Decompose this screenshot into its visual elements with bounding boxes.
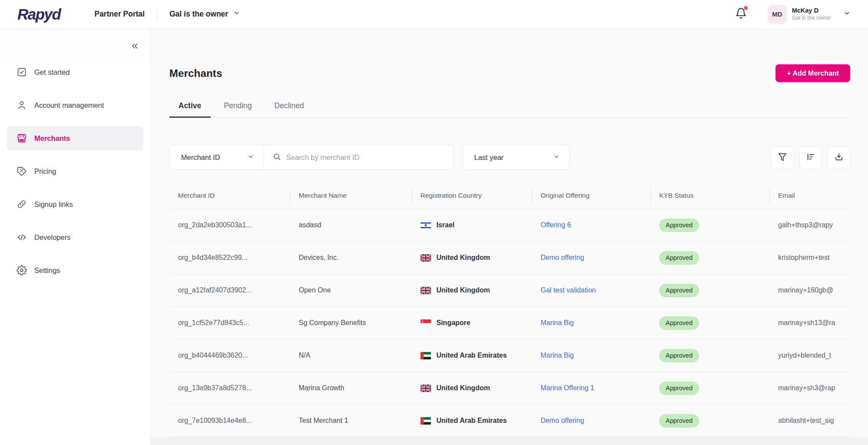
cell-original-offering: Marina Offering 1: [532, 372, 650, 404]
sidebar-item-label: Settings: [34, 266, 60, 275]
merchants-table: Merchant IDMerchant NameRegistration Cou…: [169, 183, 850, 437]
table-row[interactable]: org_b4d34e8522c99...Devices, Inc.United …: [169, 241, 850, 274]
cell-merchant-id: org_a12faf2407d3902...: [169, 274, 290, 306]
offering-link[interactable]: Marina Big: [541, 352, 574, 359]
topbar-right: MD McKay D Gal is the owner: [735, 5, 851, 24]
offering-link[interactable]: Demo offering: [541, 417, 584, 425]
offering-link[interactable]: Offering 6: [541, 221, 571, 229]
status-badge: Approved: [659, 382, 699, 395]
portal-title: Partner Portal: [94, 10, 145, 19]
gb-flag-icon: [420, 254, 431, 262]
cell-original-offering: Demo offering: [532, 242, 650, 274]
search-combo: Merchant ID: [169, 145, 454, 170]
user-menu[interactable]: MD McKay D Gal is the owner: [768, 5, 851, 24]
cell-email: kristopherm+test: [769, 242, 850, 274]
cell-kyb-status: Approved: [650, 209, 769, 241]
status-badge: Approved: [659, 219, 699, 232]
rapyd-logo[interactable]: Rapyd: [17, 6, 60, 23]
offering-link[interactable]: Gal test validation: [541, 286, 596, 294]
cell-merchant-name: asdasd: [290, 209, 412, 241]
country-name: United Kingdom: [436, 286, 490, 294]
owner-selector[interactable]: Gal is the owner: [169, 10, 240, 19]
offering-link[interactable]: Marina Offering 1: [541, 384, 594, 392]
topbar-divider: [157, 8, 157, 21]
search-field-value: Merchant ID: [181, 153, 220, 162]
owner-selector-label: Gal is the owner: [169, 10, 228, 19]
column-header-kyb-status: KYB Status: [650, 183, 769, 209]
cell-registration-country: Israel: [412, 209, 532, 241]
gear-icon: [17, 265, 27, 276]
body-row: Get startedAccount managementMerchantsPr…: [0, 29, 868, 445]
sort-button[interactable]: [799, 146, 822, 169]
column-header-registration-country: Registration Country: [412, 183, 532, 209]
sidebar-item-settings[interactable]: Settings: [7, 258, 143, 282]
cell-merchant-name: N/A: [290, 339, 412, 372]
cell-original-offering: Marina Big: [532, 339, 650, 372]
search-icon: [273, 153, 281, 163]
cell-merchant-name: Open One: [290, 274, 412, 306]
chevron-down-icon: [553, 153, 560, 162]
sidebar-item-label: Account management: [34, 101, 104, 110]
search-field-selector[interactable]: Merchant ID: [170, 145, 264, 169]
checkbox-icon: [17, 67, 27, 77]
cell-merchant-name: Sg Company Benefits: [290, 307, 412, 339]
cell-email: marinay+sh13@ra: [769, 307, 850, 339]
filters-bar: Merchant ID Last year: [169, 145, 850, 170]
cell-merchant-id: org_1cf52e77d843c5...: [169, 307, 290, 339]
cell-merchant-id: org_2da2eb300503a1...: [169, 209, 290, 241]
table-row[interactable]: org_2da2eb300503a1...asdasdIsraelOfferin…: [169, 209, 850, 241]
page-title: Merchants: [169, 67, 222, 80]
avatar: MD: [768, 5, 787, 24]
cell-merchant-id: org_b4d34e8522c99...: [169, 242, 290, 274]
cell-kyb-status: Approved: [650, 307, 769, 339]
sg-flag-icon: [420, 319, 431, 327]
sidebar-item-pricing[interactable]: Pricing: [7, 159, 143, 183]
cell-registration-country: United Kingdom: [412, 372, 532, 404]
table-body: org_2da2eb300503a1...asdasdIsraelOfferin…: [169, 209, 850, 437]
tab-declined[interactable]: Declined: [265, 101, 313, 118]
filter-button[interactable]: [771, 146, 794, 169]
date-range-selector[interactable]: Last year: [462, 145, 570, 170]
cell-email: abhilasht+test_sig: [769, 405, 850, 437]
table-row[interactable]: org_1cf52e77d843c5...Sg Company Benefits…: [169, 306, 850, 339]
table-header: Merchant IDMerchant NameRegistration Cou…: [169, 183, 850, 209]
sidebar-item-developers[interactable]: Developers: [7, 225, 143, 249]
cell-email: yuriyd+blended_t: [769, 339, 850, 372]
table-row[interactable]: org_13a9b37a8d5278...Marina GrowthUnited…: [169, 372, 850, 404]
code-icon: [17, 232, 27, 242]
sidebar-item-get-started[interactable]: Get started: [7, 60, 143, 84]
page-head: Merchants + Add Merchant: [169, 64, 850, 82]
sidebar-collapse-button[interactable]: [129, 40, 141, 53]
table-row[interactable]: org_a12faf2407d3902...Open OneUnited Kin…: [169, 274, 850, 306]
country-name: United Kingdom: [436, 254, 490, 262]
ae-flag-icon: [420, 417, 431, 425]
topbar: Rapyd Partner Portal Gal is the owner MD: [0, 0, 868, 29]
sort-icon: [806, 152, 815, 163]
add-merchant-button[interactable]: + Add Merchant: [776, 64, 850, 82]
notifications-button[interactable]: [735, 7, 747, 21]
user-name: McKay D: [792, 7, 831, 14]
offering-link[interactable]: Demo offering: [541, 254, 584, 262]
link-icon: [17, 199, 27, 209]
gb-flag-icon: [420, 385, 431, 392]
sidebar-item-label: Developers: [34, 233, 70, 242]
status-badge: Approved: [659, 414, 699, 428]
download-button[interactable]: [827, 146, 850, 169]
cell-kyb-status: Approved: [650, 242, 769, 274]
sidebar-item-merchants[interactable]: Merchants: [7, 126, 143, 150]
offering-link[interactable]: Marina Big: [541, 319, 574, 327]
cell-merchant-name: Test Merchant 1: [290, 405, 412, 437]
column-header-original-offering: Original Offering: [532, 183, 650, 209]
search-input[interactable]: [286, 153, 446, 162]
table-row[interactable]: org_b4044469b3620...N/AUnited Arab Emira…: [169, 339, 850, 372]
cell-email: marinay+160gb@: [769, 274, 850, 306]
sidebar-item-signup-links[interactable]: Signup links: [7, 192, 143, 216]
table-row[interactable]: org_7e10093b14e4e8...Test Merchant 1Unit…: [169, 404, 850, 437]
il-flag-icon: [420, 222, 431, 229]
search-box: [264, 145, 453, 169]
tab-pending[interactable]: Pending: [215, 101, 261, 118]
cell-kyb-status: Approved: [650, 339, 769, 372]
sidebar-item-account-management[interactable]: Account management: [7, 93, 143, 117]
tab-active[interactable]: Active: [169, 101, 211, 118]
country-name: United Arab Emirates: [436, 352, 507, 359]
